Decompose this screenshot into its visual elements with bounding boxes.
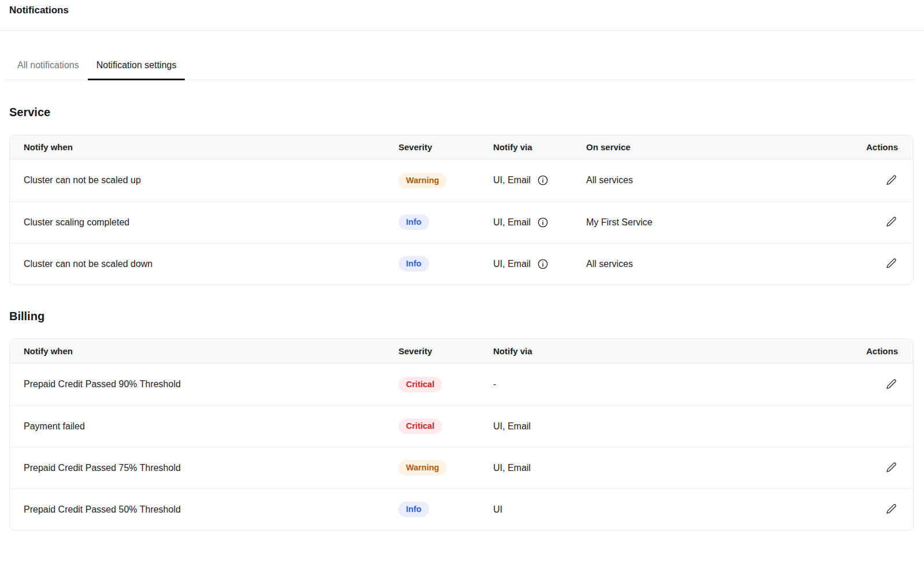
notify-when-cell: Prepaid Credit Passed 50% Threshold [10,488,398,530]
table-row: Prepaid Credit Passed 50% Threshold Info… [10,488,913,530]
on-service-cell: All services [586,243,824,284]
severity-badge: Warning [398,173,446,188]
table-row: Prepaid Credit Passed 75% Threshold Warn… [10,447,913,488]
notify-via-value: UI [493,488,824,530]
service-notifications-table: Notify when Severity Notify via On servi… [9,135,914,285]
notify-via-value: UI, Email [493,259,531,269]
table-row: Cluster scaling completed Info UI, Email… [10,201,913,243]
notify-via-value: - [493,363,824,405]
notify-when-cell: Cluster can not be scaled up [10,159,398,201]
page-title: Notifications [9,5,924,16]
notify-when-cell: Prepaid Credit Passed 75% Threshold [10,447,398,488]
notify-when-cell: Payment failed [10,405,398,447]
on-service-cell: My First Service [586,201,824,243]
notify-via-value: UI, Email [493,405,824,447]
column-header-actions: Actions [824,339,913,363]
column-header-notify-when: Notify when [10,135,398,159]
notify-via-value: UI, Email [493,175,531,185]
page-header: Notifications [0,0,924,31]
column-header-on-service: On service [586,135,824,159]
severity-badge: Critical [398,377,442,392]
severity-badge: Warning [398,460,446,476]
table-row: Cluster can not be scaled up Warning UI,… [10,159,913,201]
severity-badge: Info [398,214,429,230]
edit-notification-button[interactable] [885,257,898,270]
on-service-cell: All services [586,159,824,201]
notify-via-value: UI, Email [493,447,824,488]
column-header-notify-via: Notify via [493,339,824,363]
severity-badge: Critical [398,418,442,434]
edit-notification-button[interactable] [885,461,898,474]
edit-notification-button[interactable] [885,215,898,228]
info-circle-icon[interactable] [537,258,549,270]
billing-notifications-table: Notify when Severity Notify via Actions … [9,339,914,530]
actions-cell-empty [824,405,913,447]
column-header-actions: Actions [824,135,913,159]
info-circle-icon[interactable] [537,217,549,228]
table-row: Cluster can not be scaled down Info UI, … [10,243,913,284]
notifications-tab-bar: All notifications Notification settings [5,52,914,80]
section-title-service: Service [9,106,914,119]
table-header-row: Notify when Severity Notify via On servi… [10,135,913,159]
column-header-severity: Severity [398,339,493,363]
notify-when-cell: Prepaid Credit Passed 90% Threshold [10,363,398,405]
notify-when-cell: Cluster scaling completed [10,201,398,243]
info-circle-icon[interactable] [537,175,549,186]
severity-badge: Info [398,502,429,517]
column-header-notify-via: Notify via [493,135,586,159]
tab-all-notifications[interactable]: All notifications [9,52,88,80]
tab-notification-settings[interactable]: Notification settings [88,52,185,80]
edit-notification-button[interactable] [885,502,898,515]
edit-notification-button[interactable] [885,377,898,391]
severity-badge: Info [398,256,429,272]
table-row: Payment failed Critical UI, Email [10,405,913,447]
notify-when-cell: Cluster can not be scaled down [10,243,398,284]
table-header-row: Notify when Severity Notify via Actions [10,339,913,363]
column-header-severity: Severity [398,135,493,159]
table-row: Prepaid Credit Passed 90% Threshold Crit… [10,363,913,405]
section-title-billing: Billing [9,310,914,323]
column-header-notify-when: Notify when [10,339,398,363]
edit-notification-button[interactable] [885,173,898,187]
notify-via-value: UI, Email [493,217,531,228]
